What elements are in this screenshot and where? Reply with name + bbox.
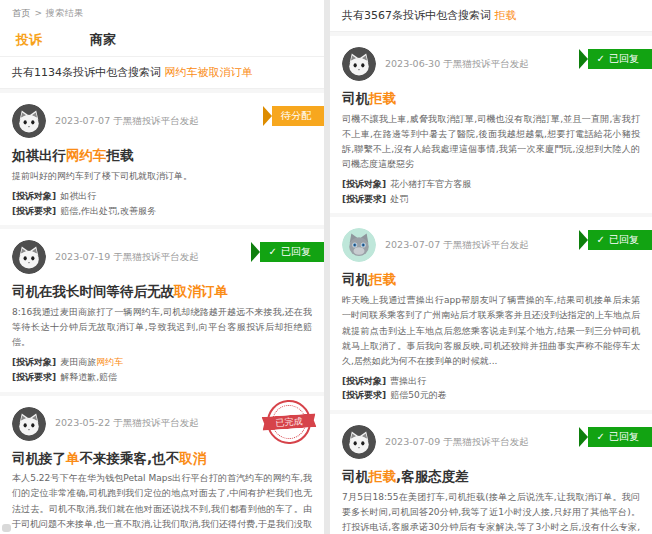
complaint-card[interactable]: 2023-07-09 于黑猫投诉平台发起 ✓ 已回复 司机拒载,客服态度差 7月… <box>330 410 652 534</box>
demand-label: [投诉要求] <box>342 194 386 204</box>
demand-label: [投诉要求] <box>12 206 56 216</box>
complaint-date: 2023-07-07 于黑猫投诉平台发起 <box>55 115 199 128</box>
complaint-title[interactable]: 司机拒载 <box>342 90 640 107</box>
check-icon: ✓ <box>597 49 605 69</box>
demand-value: 赔偿50元的卷 <box>390 390 446 400</box>
summary-prefix: 共有3567条投诉中包含搜索词 <box>342 9 495 22</box>
complaint-content: 本人5.22号下午在华为钱包Petal Maps出行平台打的首汽约车的网约车,我… <box>12 471 312 534</box>
complaint-demand-row: [投诉要求]处罚 <box>342 192 640 207</box>
user-avatar <box>12 104 46 138</box>
complaint-date: 2023-07-09 于黑猫投诉平台发起 <box>385 436 529 449</box>
complaint-title[interactable]: 司机拒载,客服态度差 <box>342 468 640 485</box>
complaint-date: 2023-05-22 于黑猫投诉平台发起 <box>55 417 199 430</box>
status-badge-label: 已回复 <box>609 427 639 447</box>
demand-label: [投诉要求] <box>342 390 386 400</box>
complaint-title[interactable]: 如祺出行网约车拒载 <box>12 147 312 164</box>
status-badge: ✓ 已回复 <box>260 242 324 262</box>
complaints-panel-right: 共有3567条投诉中包含搜索词 拒载 <box>330 0 652 534</box>
check-icon: ✓ <box>269 242 277 262</box>
target-label: [投诉对象] <box>12 191 56 201</box>
status-badge: ✓ 已回复 <box>588 427 652 447</box>
target-label: [投诉对象] <box>342 376 386 386</box>
status-badge-label: 已回复 <box>281 242 311 262</box>
black-cat-avatar-icon <box>12 104 46 138</box>
complaint-list: 2023-06-30 于黑猫投诉平台发起 ✓ 已回复 司机拒载 司機不讓我上車,… <box>330 32 652 534</box>
complaint-card[interactable]: 2023-07-19 于黑猫投诉平台发起 ✓ 已回复 司机在我长时间等待后无故取… <box>0 225 324 391</box>
check-icon: ✓ <box>597 427 605 447</box>
complaint-demand-row: [投诉要求]赔偿,作出处罚,改善服务 <box>12 204 312 219</box>
tab-merchants[interactable]: 商家 <box>90 31 116 49</box>
summary-prefix: 共有1134条投诉中包含搜索词 <box>12 66 165 79</box>
complaint-demand-row: [投诉要求]解释道歉,赔偿 <box>12 370 312 385</box>
complaint-fields: [投诉对象]麦田商旅网约车 [投诉要求]解释道歉,赔偿 <box>12 355 312 384</box>
black-cat-avatar-icon <box>342 425 376 459</box>
complaint-date: 2023-06-30 于黑猫投诉平台发起 <box>385 58 529 71</box>
target-label: [投诉对象] <box>12 357 56 367</box>
target-value: 麦田商旅网约车 <box>60 357 123 367</box>
check-icon: ✓ <box>597 230 605 250</box>
complaints-panel-left: 首页 > 搜索结果 投诉 商家 共有1134条投诉中包含搜索词 网约车被取消订单 <box>0 0 324 534</box>
breadcrumb-current: 搜索结果 <box>46 8 84 18</box>
black-cat-avatar-icon <box>342 47 376 81</box>
complaint-content: 7月5日18:55在美团打车,司机拒载(接单之后说洗车,让我取消订单。我问要多长… <box>342 490 640 534</box>
completed-stamp: 已完成 <box>264 397 313 446</box>
complaint-list: 2023-07-07 于黑猫投诉平台发起 待分配 如祺出行网约车拒载 提前叫好的… <box>0 89 324 534</box>
summary-keyword: 拒载 <box>495 9 517 22</box>
user-avatar <box>342 47 376 81</box>
complaint-title[interactable]: 司机拒载 <box>342 271 640 288</box>
search-summary: 共有1134条投诉中包含搜索词 网约车被取消订单 <box>0 57 324 89</box>
complaint-content: 8:16我通过麦田商旅打了一辆网约车,司机却绕路越开越远不来接我,还在我等待长达… <box>12 305 312 350</box>
demand-value: 赔偿,作出处罚,改善服务 <box>60 206 156 216</box>
tab-complaints[interactable]: 投诉 <box>16 31 42 49</box>
user-avatar <box>342 228 376 262</box>
complaint-fields: [投诉对象]曹操出行 [投诉要求]赔偿50元的卷 <box>342 374 640 403</box>
complaint-title[interactable]: 司机接了单不来接乘客,也不取消 <box>12 450 312 467</box>
complaint-fields: [投诉对象]如祺出行 [投诉要求]赔偿,作出处罚,改善服务 <box>12 189 312 218</box>
demand-label: [投诉要求] <box>12 372 56 382</box>
complaint-target-row: [投诉对象]曹操出行 <box>342 374 640 389</box>
scroll-indicator[interactable] <box>2 524 11 532</box>
black-cat-avatar-icon <box>12 240 46 274</box>
demand-value: 处罚 <box>390 194 408 204</box>
complaint-target-row: [投诉对象]花小猪打车官方客服 <box>342 177 640 192</box>
summary-keyword: 网约车被取消订单 <box>165 66 253 79</box>
status-badge: ✓ 已回复 <box>588 230 652 250</box>
target-value: 如祺出行 <box>60 191 96 201</box>
breadcrumb-home[interactable]: 首页 <box>12 8 31 18</box>
target-value: 花小猪打车官方客服 <box>390 179 471 189</box>
target-value: 曹操出行 <box>390 376 426 386</box>
complaint-title[interactable]: 司机在我长时间等待后无故取消订单 <box>12 283 312 300</box>
complaint-card[interactable]: 2023-06-30 于黑猫投诉平台发起 ✓ 已回复 司机拒载 司機不讓我上車,… <box>330 32 652 213</box>
breadcrumb-separator: > <box>34 8 42 18</box>
result-tabs: 投诉 商家 <box>0 23 324 57</box>
grey-cat-avatar-icon <box>342 228 376 262</box>
complaint-target-row: [投诉对象]麦田商旅网约车 <box>12 355 312 370</box>
complaint-fields: [投诉对象]花小猪打车官方客服 [投诉要求]处罚 <box>342 177 640 206</box>
status-badge-label: 已回复 <box>609 230 639 250</box>
breadcrumb: 首页 > 搜索结果 <box>0 0 324 23</box>
complaint-date: 2023-07-07 于黑猫投诉平台发起 <box>385 239 529 252</box>
status-badge-label: 已回复 <box>609 49 639 69</box>
complaint-content: 提前叫好的网约车到了楼下司机就取消订单。 <box>12 169 312 184</box>
complaint-card[interactable]: 2023-07-07 于黑猫投诉平台发起 ✓ 已回复 司机拒载 昨天晚上我通过曹… <box>330 213 652 410</box>
user-avatar <box>342 425 376 459</box>
complaint-card[interactable]: 2023-05-22 于黑猫投诉平台发起 已完成 司机接了单不来接乘客,也不取消… <box>0 392 324 534</box>
status-badge-label: 待分配 <box>281 106 311 126</box>
complaint-content: 昨天晚上我通过曹操出行app帮朋友叫了辆曹操的车,结果司机接单后未第一时间联系乘… <box>342 293 640 369</box>
complaint-content: 司機不讓我上車,威脅我取消訂單,司機也沒有取消訂單,並且一直開,害我打不上車,在… <box>342 112 640 172</box>
status-badge: 待分配 <box>272 106 324 126</box>
search-summary: 共有3567条投诉中包含搜索词 拒载 <box>330 0 652 32</box>
demand-value: 解释道歉,赔偿 <box>60 372 117 382</box>
user-avatar <box>12 240 46 274</box>
complaint-target-row: [投诉对象]如祺出行 <box>12 189 312 204</box>
complaint-date: 2023-07-19 于黑猫投诉平台发起 <box>55 251 199 264</box>
complaint-card[interactable]: 2023-07-07 于黑猫投诉平台发起 待分配 如祺出行网约车拒载 提前叫好的… <box>0 89 324 225</box>
status-badge: ✓ 已回复 <box>588 49 652 69</box>
black-cat-avatar-icon <box>12 407 46 441</box>
target-label: [投诉对象] <box>342 179 386 189</box>
complaint-demand-row: [投诉要求]赔偿50元的卷 <box>342 388 640 403</box>
user-avatar <box>12 407 46 441</box>
